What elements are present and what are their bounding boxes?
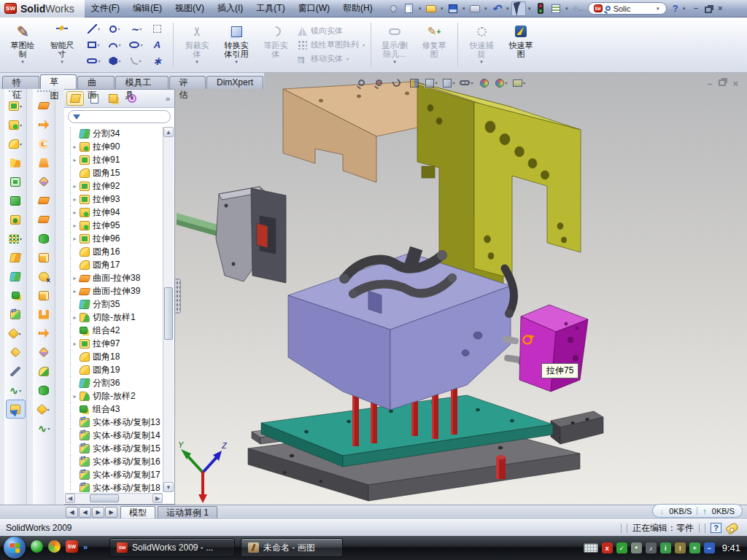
tree-item-实体-移动/复制17[interactable]: 实体-移动/复制17: [65, 468, 163, 481]
expand-arrow-icon[interactable]: ▸: [71, 393, 79, 400]
rotate-view-button[interactable]: [389, 76, 404, 90]
tree-item-组合42[interactable]: 组合42: [65, 324, 163, 337]
menu-编辑(E)[interactable]: 编辑(E): [126, 0, 169, 18]
display-style-button-dropdown-icon[interactable]: ▾: [452, 80, 454, 85]
ref-geometry-button[interactable]: ▾: [34, 400, 54, 419]
tree-item-圆角15[interactable]: 圆角15: [65, 166, 163, 179]
menu-插入(I)[interactable]: 插入(I): [211, 0, 249, 18]
select-button-dropdown-icon[interactable]: ▾: [527, 6, 533, 12]
tree-item-圆角17[interactable]: 圆角17: [65, 258, 163, 271]
edit-appearance-button[interactable]: [476, 76, 492, 90]
menu-视图(V)[interactable]: 视图(V): [169, 0, 211, 18]
tab-last-button[interactable]: ▶: [105, 507, 117, 518]
gray-slide-unit[interactable]: [216, 187, 286, 283]
scroll-left-button[interactable]: ◀: [65, 494, 75, 503]
cavity-button[interactable]: [34, 305, 54, 324]
tree-tabs-more-icon[interactable]: »: [166, 94, 172, 103]
tag-icon[interactable]: [725, 521, 739, 534]
sketch-dropdown-icon[interactable]: ▾: [21, 59, 24, 65]
view-orientation-button[interactable]: ▾: [424, 76, 439, 90]
tab-草图[interactable]: 草图: [40, 74, 77, 89]
parting-line-button[interactable]: [34, 134, 54, 153]
tree-vertical-scrollbar[interactable]: ▲ ▼: [163, 127, 174, 492]
open-file-button[interactable]: [424, 1, 438, 16]
close-button[interactable]: ×: [714, 4, 727, 13]
view-settings-button-dropdown-icon[interactable]: ▾: [523, 80, 525, 85]
tree-item-拉伸94[interactable]: ▸拉伸94: [65, 206, 163, 219]
doc-restore-button[interactable]: [719, 79, 726, 86]
draft-button[interactable]: [6, 191, 26, 210]
tree-item-切除-放样2[interactable]: ▸切除-放样2: [65, 389, 163, 402]
tab-prev-button[interactable]: ◀: [79, 507, 91, 518]
search-box[interactable]: SW Solic ▾: [588, 2, 667, 15]
revolved-boss-button[interactable]: ▾: [6, 115, 26, 134]
configurationmanager-tab[interactable]: [104, 91, 122, 106]
tray-update-icon[interactable]: *: [631, 542, 642, 553]
hide-show-items-button[interactable]: ▾: [459, 76, 474, 90]
hide-show-items-button-dropdown-icon[interactable]: ▾: [471, 80, 473, 85]
tree-item-曲面-拉伸38[interactable]: ▸曲面-拉伸38: [65, 271, 163, 284]
linear-pattern-button-dropdown-icon[interactable]: ▾: [20, 236, 22, 241]
expand-arrow-icon[interactable]: ▸: [71, 144, 79, 150]
menu-文件(F)[interactable]: 文件(F): [85, 0, 126, 18]
rebuild-button[interactable]: [533, 1, 548, 16]
tree-item-拉伸96[interactable]: ▸拉伸96: [65, 232, 163, 245]
view-settings-button[interactable]: ▾: [511, 76, 527, 90]
tray-sync-icon[interactable]: −: [704, 542, 715, 553]
minimize-button[interactable]: –: [690, 4, 703, 13]
expand-arrow-icon[interactable]: ▸: [71, 157, 79, 163]
horizontal-scroll-thumb[interactable]: [90, 494, 119, 502]
quicklaunch-solidworks-icon[interactable]: SW: [66, 540, 78, 553]
scroll-up-button[interactable]: ▲: [163, 127, 174, 137]
expand-arrow-icon[interactable]: ▸: [71, 209, 79, 216]
hole-wizard-button[interactable]: [6, 210, 26, 229]
curve-button-dropdown-icon[interactable]: ▾: [19, 388, 21, 393]
tree-item-拉伸91[interactable]: ▸拉伸91: [65, 153, 163, 166]
print-button[interactable]: [468, 1, 482, 16]
tab-model[interactable]: 模型: [120, 506, 155, 518]
tree-item-圆角19[interactable]: 圆角19: [65, 363, 163, 376]
tree-item-分割35[interactable]: 分割35: [65, 298, 163, 311]
fillet-button[interactable]: ▾: [6, 134, 26, 153]
extruded-boss-button-dropdown-icon[interactable]: ▾: [20, 104, 22, 109]
doc-close-button[interactable]: ×: [732, 79, 738, 88]
menu-工具(T)[interactable]: 工具(T): [249, 0, 291, 18]
shell-button[interactable]: [6, 172, 26, 191]
axis-button[interactable]: [6, 362, 26, 381]
tooling-split-button[interactable]: [34, 191, 54, 210]
filled-surface-button[interactable]: [34, 362, 54, 381]
tree-item-分割34[interactable]: 分割34: [65, 127, 163, 140]
tree-item-实体-移动/复制15[interactable]: 实体-移动/复制15: [65, 442, 163, 455]
tab-next-button[interactable]: ▶: [92, 507, 104, 518]
shut-off-surface-button[interactable]: [34, 153, 54, 172]
circle-tool[interactable]: ▾: [104, 21, 125, 37]
apply-scene-button-dropdown-icon[interactable]: ▾: [505, 80, 507, 85]
spline-tool[interactable]: ∼▾: [125, 21, 147, 37]
ruled-surface-button[interactable]: [34, 115, 54, 134]
tree-filter-box[interactable]: [68, 110, 171, 123]
save-button[interactable]: [446, 1, 460, 16]
tree-horizontal-scrollbar[interactable]: ◀ ▶: [65, 493, 163, 503]
expand-arrow-icon[interactable]: ▸: [71, 341, 79, 347]
select-button[interactable]: [511, 1, 526, 16]
toolbar-overflow-item[interactable]: ⁘..: [570, 1, 585, 16]
zoom-to-area-button[interactable]: [371, 76, 387, 90]
tree-item-曲面-拉伸39[interactable]: ▸曲面-拉伸39: [65, 284, 163, 298]
ellipse-tool[interactable]: ▾: [125, 37, 147, 53]
status-help-icon[interactable]: ?: [711, 523, 721, 533]
print-button-dropdown-icon[interactable]: ▾: [483, 6, 489, 12]
taskbar-task-solidworks[interactable]: SW SolidWorks 2009 - ...: [109, 538, 235, 557]
instant3d-button[interactable]: [6, 400, 26, 419]
start-button[interactable]: [4, 537, 26, 559]
convert-entities-button[interactable]: 转换实 体引用 ▾: [217, 19, 256, 71]
quick-snaps-button[interactable]: 快速捕 捉 ▾: [462, 19, 501, 71]
options-button-dropdown-icon[interactable]: ▾: [564, 6, 570, 12]
radiate-surface-button[interactable]: [34, 343, 54, 362]
tray-antivirus-icon[interactable]: ✓: [616, 542, 627, 553]
tab-曲面[interactable]: 曲面: [77, 76, 115, 89]
curve-button-2[interactable]: ▾: [34, 419, 54, 438]
tree-item-分割36[interactable]: 分割36: [65, 376, 163, 389]
dome-button[interactable]: [34, 381, 54, 400]
display-style-button[interactable]: ▾: [441, 76, 457, 90]
taskbar-task-paint[interactable]: 未命名 - 画图: [241, 538, 343, 557]
